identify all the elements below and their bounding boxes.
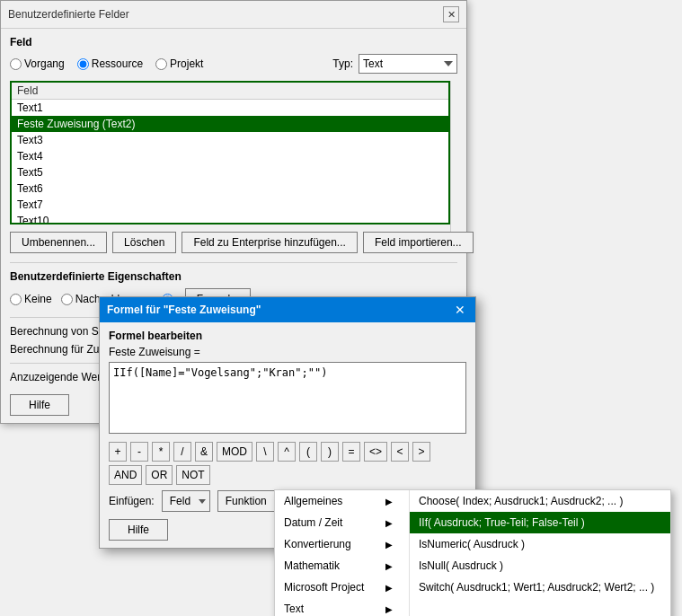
list-item[interactable]: Text3: [12, 132, 448, 148]
context-menu: Allgemeines ▶ Datum / Zeit ▶ Konvertieru…: [274, 489, 671, 616]
formula-textarea[interactable]: IIf([Name]="Vogelsang";"Kran";""): [109, 362, 466, 434]
submenu-item-isnull[interactable]: IsNull( Ausdruck ): [410, 555, 670, 576]
type-label: Typ:: [332, 57, 353, 70]
list-item[interactable]: Text4: [12, 148, 448, 164]
submenu-arrow-allgemeines: ▶: [385, 497, 393, 506]
menu-item-mathematik-label: Mathematik: [284, 559, 340, 572]
properties-section-label: Benutzerdefinierte Eigenschaften: [10, 270, 457, 283]
list-header: Feld: [12, 83, 448, 100]
menu-item-konvertierung-label: Konvertierung: [284, 538, 351, 550]
op-eq[interactable]: =: [342, 442, 360, 462]
op-rparen[interactable]: ): [321, 442, 339, 462]
field-list-wrapper: Feld Text1 Feste Zuweisung (Text2) Text3…: [10, 81, 457, 232]
submenu-arrow-text: ▶: [385, 604, 393, 614]
submenu-item-isnull-label: IsNull( Ausdruck ): [419, 559, 503, 572]
operators-row: + - * / & MOD \ ^ ( ) = <> < > AND OR NO…: [109, 442, 466, 485]
list-item[interactable]: Text1: [12, 100, 448, 116]
menu-item-konvertierung[interactable]: Konvertierung ▶: [275, 533, 409, 555]
op-divide[interactable]: /: [173, 442, 191, 462]
op-neq[interactable]: <>: [364, 442, 387, 462]
import-button[interactable]: Feld importieren...: [363, 232, 474, 253]
list-item-selected[interactable]: Feste Zuweisung (Text2): [12, 116, 448, 132]
divider1: [10, 262, 457, 263]
menu-item-msproject[interactable]: Microsoft Project ▶: [275, 576, 409, 598]
submenu-item-choose[interactable]: Choose( Index; Ausdruck1; Ausdruck2; ...…: [410, 490, 670, 512]
formula-hilfe-button[interactable]: Hilfe: [109, 519, 168, 541]
ressource-radio-item[interactable]: Ressource: [77, 57, 143, 70]
loeschen-button[interactable]: Löschen: [112, 232, 176, 253]
list-item[interactable]: Text5: [12, 164, 448, 180]
op-plus[interactable]: +: [109, 442, 127, 462]
submenu-arrow-datum: ▶: [385, 518, 393, 528]
hilfe-button[interactable]: Hilfe: [10, 394, 69, 416]
submenu-item-switch[interactable]: Switch( Ausdruck1; Wert1; Ausdruck2; Wer…: [410, 576, 670, 598]
submenu-item-choose-label: Choose( Index; Ausdruck1; Ausdruck2; ...…: [419, 495, 623, 507]
op-caret[interactable]: ^: [278, 442, 296, 462]
op-minus[interactable]: -: [130, 442, 148, 462]
calc-zuord-label: Berechnung für Zuor: [10, 343, 109, 356]
vorgang-radio-item[interactable]: Vorgang: [10, 57, 65, 70]
field-type-radio-group: Vorgang Ressource Projekt Typ: Text Zahl…: [10, 54, 457, 74]
submenu-item-iif-label: IIf( Ausdruck; True-Teil; False-Teil ): [419, 516, 585, 529]
menu-item-msproject-label: Microsoft Project: [284, 581, 364, 594]
op-backslash[interactable]: \: [256, 442, 274, 462]
field-button-row: Umbenennen... Löschen Feld zu Enterprise…: [10, 232, 457, 253]
list-item[interactable]: Text10: [12, 213, 448, 224]
menu-item-datum-label: Datum / Zeit: [284, 516, 342, 529]
op-lt[interactable]: <: [391, 442, 409, 462]
field-dropdown[interactable]: Feld: [162, 490, 210, 512]
op-and[interactable]: AND: [109, 465, 142, 485]
keine-radio[interactable]: [10, 294, 22, 305]
keine-radio-item[interactable]: Keine: [10, 293, 52, 305]
list-item[interactable]: Text7: [12, 197, 448, 213]
field-list[interactable]: Feld Text1 Feste Zuweisung (Text2) Text3…: [10, 81, 450, 224]
menu-item-datum[interactable]: Datum / Zeit ▶: [275, 512, 409, 533]
ressource-radio[interactable]: [77, 58, 89, 70]
op-or[interactable]: OR: [146, 465, 173, 485]
op-multiply[interactable]: *: [152, 442, 170, 462]
umbenennen-button[interactable]: Umbenennen...: [10, 232, 107, 253]
submenu-arrow-msproject: ▶: [385, 583, 393, 593]
type-group: Typ: Text Zahl Datum Dauer Kosten Ja/Nei…: [332, 54, 457, 74]
submenu-arrow-konvertierung: ▶: [385, 540, 393, 550]
submenu-item-isnumeric[interactable]: IsNumeric( Ausdruck ): [410, 533, 670, 555]
submenu-arrow-mathematik: ▶: [385, 561, 393, 571]
menu-item-text[interactable]: Text ▶: [275, 598, 409, 616]
vorgang-label: Vorgang: [24, 57, 65, 70]
vorgang-radio[interactable]: [10, 58, 22, 70]
main-close-button[interactable]: ✕: [443, 6, 459, 22]
insert-label: Einfügen:: [109, 495, 155, 507]
op-lparen[interactable]: (: [299, 442, 317, 462]
formula-close-button[interactable]: ✕: [452, 302, 468, 318]
menu-item-mathematik[interactable]: Mathematik ▶: [275, 555, 409, 576]
op-mod[interactable]: MOD: [217, 442, 252, 462]
op-not[interactable]: NOT: [176, 465, 209, 485]
ressource-label: Ressource: [92, 57, 143, 70]
field-section-label: Feld: [10, 36, 457, 48]
submenu-item-switch-label: Switch( Ausdruck1; Wert1; Ausdruck2; Wer…: [419, 581, 654, 594]
menu-item-allgemeines-label: Allgemeines: [284, 495, 342, 507]
main-titlebar: Benutzerdefinierte Felder ✕: [1, 1, 466, 29]
menu-item-allgemeines[interactable]: Allgemeines ▶: [275, 490, 409, 512]
list-item[interactable]: Text6: [12, 180, 448, 197]
nachschlagen-radio[interactable]: [61, 294, 73, 305]
formula-title: Formel für "Feste Zuweisung": [107, 304, 261, 316]
submenu-item-iif[interactable]: IIf( Ausdruck; True-Teil; False-Teil ): [410, 512, 670, 533]
projekt-radio-item[interactable]: Projekt: [155, 57, 203, 70]
enterprise-button[interactable]: Feld zu Enterprise hinzufügen...: [182, 232, 357, 253]
submenu-item-isnumeric-label: IsNumeric( Ausdruck ): [419, 538, 525, 550]
projekt-radio[interactable]: [155, 58, 167, 70]
menu-column-1: Allgemeines ▶ Datum / Zeit ▶ Konvertieru…: [275, 490, 410, 616]
type-select[interactable]: Text Zahl Datum Dauer Kosten Ja/Nein: [359, 54, 457, 74]
main-title: Benutzerdefinierte Felder: [8, 8, 129, 21]
op-ampersand[interactable]: &: [195, 442, 213, 462]
menu-column-2: Choose( Index; Ausdruck1; Ausdruck2; ...…: [410, 490, 670, 616]
display-label: Anzuzeigende Werte: [10, 371, 110, 383]
list-scrollbar[interactable]: [450, 81, 457, 232]
op-gt[interactable]: >: [412, 442, 430, 462]
menu-item-text-label: Text: [284, 603, 304, 615]
keine-label: Keine: [24, 293, 52, 305]
formula-edit-label: Formel bearbeiten: [109, 330, 466, 342]
projekt-label: Projekt: [170, 57, 203, 70]
formula-assignment: Feste Zuweisung =: [109, 346, 466, 358]
